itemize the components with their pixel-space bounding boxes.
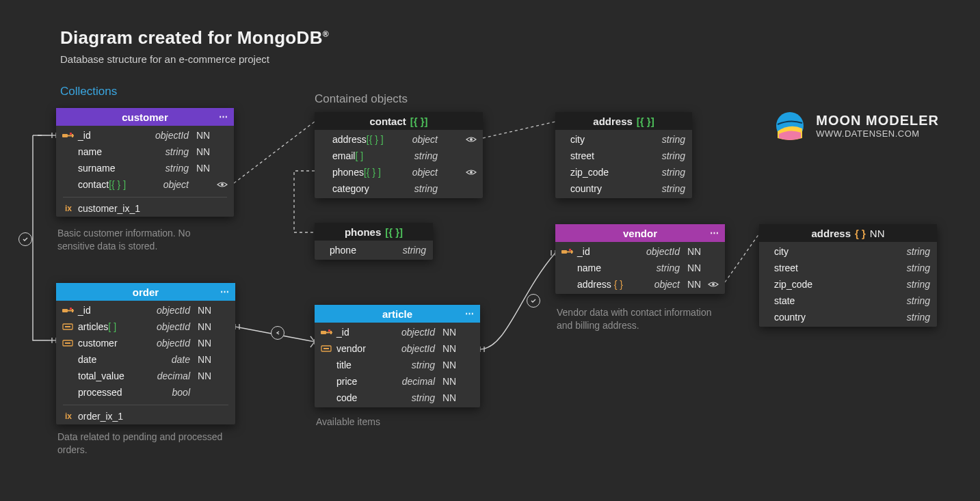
field-row[interactable]: _id objectId NN [56,302,235,319]
field-row[interactable]: citystring [759,243,937,260]
field-type: string [893,295,933,306]
field-row[interactable]: streetstring [555,148,692,164]
field-name: vendor [336,343,395,354]
entity-menu-icon[interactable]: ⋯ [465,309,475,318]
entity-address-top[interactable]: address [{ }] citystring streetstring zi… [555,112,692,198]
entity-title: address [811,228,851,239]
field-row[interactable]: name string NN [56,144,234,160]
entity-menu-icon[interactable]: ⋯ [220,287,230,296]
field-row[interactable]: total_value decimal NN [56,368,235,384]
field-row[interactable]: zip_codestring [555,164,692,180]
entity-menu-icon[interactable]: ⋯ [219,112,228,121]
field-row[interactable]: countrystring [759,309,937,325]
field-not-null: NN [438,376,461,387]
field-type: objectId [149,130,191,141]
relation-node-icon [18,232,32,246]
page-title-text: Diagram created for MongoDB [60,27,323,48]
field-name: state [774,295,893,306]
brand-name: MOON MODELER [816,113,939,128]
field-row[interactable]: _id objectId NN [56,127,234,144]
field-row[interactable]: vendor objectId NN [315,340,480,357]
field-type: object [398,167,440,178]
field-row[interactable]: category string [315,180,483,197]
field-row[interactable]: address[{ } ] object [315,131,483,148]
field-name: _id [78,130,149,141]
field-type: decimal [395,376,438,387]
field-row[interactable]: contact[{ } ] object [56,176,234,193]
field-type: string [395,392,438,403]
field-row[interactable]: articles[ ] objectId NN [56,319,235,335]
field-row[interactable]: customer objectId NN [56,335,235,351]
field-type: string [648,167,688,178]
entity-article[interactable]: article ⋯ _id objectId NN vendor objectI… [315,305,480,407]
field-row[interactable]: countrystring [555,180,692,197]
entity-menu-icon[interactable]: ⋯ [710,228,719,237]
field-name: surname [78,163,149,174]
field-row[interactable]: statestring [759,293,937,309]
entity-header[interactable]: vendor ⋯ [555,224,725,242]
field-row[interactable]: name string NN [555,260,725,276]
entity-title: customer [122,111,168,123]
field-type: objectId [395,327,438,338]
field-name: phones[{ } ] [332,167,398,178]
entity-phones[interactable]: phones [{ }] phone string [315,223,433,260]
field-name: street [774,262,893,273]
field-row[interactable]: phones[{ } ] object [315,164,483,180]
entity-title: article [382,308,412,320]
visibility-icon[interactable] [215,180,230,189]
field-row[interactable]: _id objectId NN [315,324,480,340]
field-not-null: NN [193,370,216,381]
field-row[interactable]: citystring [555,131,692,148]
entity-header[interactable]: phones [{ }] [315,223,433,241]
entity-title: order [133,286,159,298]
entity-header[interactable]: contact [{ }] [315,112,483,130]
field-type: string [395,360,438,370]
field-type: string [893,246,933,257]
field-name: name [78,146,149,157]
field-type: string [149,146,191,157]
field-row[interactable]: processed bool [56,384,235,401]
field-row[interactable]: code string NN [315,390,480,406]
field-row[interactable]: _id objectId NN [555,243,725,260]
visibility-icon[interactable] [464,135,479,144]
entity-header[interactable]: address [{ }] [555,112,692,130]
field-row[interactable]: price decimal NN [315,373,480,390]
entity-caption: Vendor data with contact information and… [557,306,721,332]
entity-header[interactable]: article ⋯ [315,305,480,323]
visibility-icon[interactable] [706,280,721,288]
field-row[interactable]: date date NN [56,351,235,368]
visibility-icon[interactable] [464,168,479,176]
field-type: objectId [150,321,193,332]
field-type: string [893,279,933,290]
field-row[interactable]: email[ ] string [315,148,483,164]
field-not-null: NN [438,343,461,354]
entity-vendor[interactable]: vendor ⋯ _id objectId NN name string NN … [555,224,725,294]
svg-point-5 [221,183,224,186]
field-row[interactable]: zip_codestring [759,276,937,293]
entity-header[interactable]: order ⋯ [56,283,235,301]
field-row[interactable]: phone string [315,242,433,258]
entity-customer[interactable]: customer ⋯ _id objectId NN name string N… [56,108,234,217]
field-row[interactable]: streetstring [759,260,937,276]
page-title: Diagram created for MongoDB® [60,27,329,49]
field-row[interactable]: surname string NN [56,160,234,176]
field-row[interactable]: address { } object NN [555,276,725,293]
entity-contact[interactable]: contact [{ }] address[{ } ] object email… [315,112,483,198]
field-name: _id [78,305,150,316]
entity-header[interactable]: address { } NN [759,224,937,242]
entity-address-right[interactable]: address { } NN citystring streetstring z… [759,224,937,327]
field-row[interactable]: title string NN [315,357,480,373]
object-notation: [{ }] [385,226,403,238]
svg-rect-18 [330,331,332,334]
svg-rect-6 [62,309,68,312]
entity-title: contact [369,116,406,127]
index-row[interactable]: ix customer_ix_1 [56,200,234,217]
entity-order[interactable]: order ⋯ _id objectId NN articles[ ] obje… [56,283,235,424]
field-type: object [149,179,191,190]
index-row[interactable]: ix order_ix_1 [56,408,235,424]
entity-header[interactable]: customer ⋯ [56,108,234,126]
entity-header-nn: NN [870,228,885,239]
field-type: objectId [395,343,438,354]
svg-point-26 [712,283,715,286]
field-name: email[ ] [332,150,398,161]
